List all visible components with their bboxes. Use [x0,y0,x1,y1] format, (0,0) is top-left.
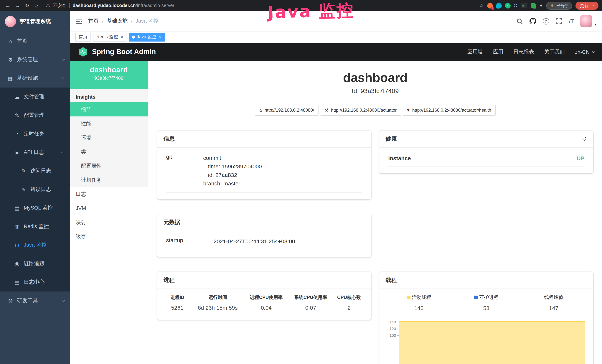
sidebar-item-file-management[interactable]: ☁文件管理 [0,87,70,106]
sidebar-item-label: 配置管理 [24,112,44,119]
app-logo[interactable]: 芋道管理系统 [0,11,70,32]
process-pid: 5261 [163,303,192,316]
sba-menu-loggers[interactable]: 日志 [70,187,148,201]
sba-menu-jvm[interactable]: JVM [70,201,148,215]
tag-redis-monitor[interactable]: Redis 监控× [93,32,127,41]
sidebar-item-infrastructure[interactable]: ▦基础设施 [0,69,70,87]
legend-live-swatch [407,296,410,299]
sba-locale-select[interactable]: zh-CN [575,49,594,55]
sidebar-item-label: 研发工具 [17,298,38,304]
fullscreen-icon[interactable] [556,18,562,24]
process-card-title: 进程 [157,272,371,289]
wrench-icon: ⚒ [324,107,329,113]
instance-actuator-link[interactable]: ⚒http://192.168.0.2:48080/actuator [320,105,401,116]
sba-menu-environment[interactable]: 环境 [70,130,148,145]
forward-icon[interactable]: → [13,0,22,11]
browser-update-button[interactable]: 更新⋮ [575,2,599,10]
app-sidebar: 芋道管理系统 ⌂首页 ⚙系统管理 ▦基础设施 ☁文件管理 ✎配置管理 ◔定时任务… [0,11,70,364]
instance-home-link[interactable]: ⌂http://192.168.0.2:48080/ [255,105,319,116]
sba-nav-applications[interactable]: 应用 [493,49,503,55]
cloud-icon: ☁ [14,94,20,100]
legend-daemon-value: 53 [452,305,520,311]
logo-image [5,16,16,27]
extension-icon-orange[interactable]: 1 [487,3,493,8]
security-warning-icon: ⚠ [46,3,50,8]
sba-menu-scheduled-tasks[interactable]: 计划任务 [70,173,148,187]
sidebar-item-access-logs[interactable]: ✎访问日志 [0,162,70,180]
github-icon[interactable] [529,18,536,24]
browser-home-icon[interactable]: ⌂ [33,0,41,11]
extension-icon-on-badge[interactable]: on [520,3,527,8]
hamburger-icon[interactable] [70,18,88,24]
health-instance-label: Instance [388,155,411,161]
help-icon[interactable]: ? [543,18,549,24]
paused-badge[interactable]: ☺已暂停 [546,2,572,10]
sidebar-item-redis-monitor[interactable]: ▥Redis 监控 [0,217,70,236]
metadata-card-title: 元数据 [157,214,371,231]
tag-home[interactable]: 首页 [75,32,91,41]
history-icon[interactable]: ↺ [582,136,587,142]
home-icon: ⌂ [259,107,262,113]
breadcrumb: 首页 基础设施 Java 监控 [88,18,159,24]
extension-icon-drop[interactable] [496,3,502,8]
health-row-instance[interactable]: Instance UP [388,155,584,167]
user-avatar[interactable] [580,15,592,27]
instance-header[interactable]: dashboard 93a3fc7f7409 [70,61,148,89]
sidebar-item-scheduled-jobs[interactable]: ◔定时任务 [0,125,70,143]
font-size-icon[interactable]: TT [569,18,574,24]
threads-card-title: 线程 [379,272,593,289]
main-column: 首页 基础设施 Java 监控 ? [70,11,602,364]
sidebar-item-api-logs[interactable]: ▣API 日志 [0,143,70,162]
bookmark-star-icon[interactable]: ☆ [479,3,484,9]
legend-peak-value: 147 [520,305,587,311]
tag-java-monitor[interactable]: Java 监控× [129,32,165,41]
breadcrumb-infrastructure[interactable]: 基础设施 [107,18,128,24]
extension-icon-leaf[interactable] [530,3,536,8]
process-col-pid: 进程ID [163,293,192,303]
legend-live-threads: 活动线程 143 [385,294,452,311]
instance-name: dashboard [70,66,148,74]
browser-menu-icon[interactable]: ⋮ [591,3,595,8]
back-icon[interactable]: ← [4,0,12,11]
system-cpu: 0.07 [289,303,333,316]
address-bar[interactable]: ⚠ 不安全 dashboard.yudao.iocoder.cn/infra/a… [46,2,478,9]
process-card: 进程 进程ID 运行时间 进程CPU使用率 系统CPU使用率 [157,272,371,320]
sidebar-item-dev-tools[interactable]: ⚒研发工具 [0,291,70,310]
info-card: 信息 git commit: time: 1596289704000 id: 2… [157,130,371,199]
extension-icon-pin[interactable]: ✱ [539,3,543,8]
sba-menu-caches[interactable]: 缓存 [70,229,148,243]
search-icon[interactable] [516,18,523,24]
sba-menu-mappings[interactable]: 映射 [70,215,148,229]
instance-health-link[interactable]: ♥http://192.168.0.2:48080/actuator/healt… [402,105,495,116]
sidebar-item-java-monitor[interactable]: ⊡Java 监控 [0,236,70,254]
extension-icon-check[interactable]: ✓ [505,3,510,8]
sidebar-item-config-management[interactable]: ✎配置管理 [0,106,70,125]
breadcrumb-current: Java 监控 [136,18,159,24]
sidebar-item-system[interactable]: ⚙系统管理 [0,50,70,69]
close-icon[interactable]: × [159,35,161,39]
sba-menu-config-props[interactable]: 配置属性 [70,159,148,173]
process-uptime: 6d 23h 15m 59s [192,303,244,316]
reload-icon[interactable]: ↻ [23,0,31,11]
process-table: 进程ID 运行时间 进程CPU使用率 系统CPU使用率 CPU核心数 [163,293,365,316]
sba-menu-beans[interactable]: 类 [70,145,148,159]
sidebar-item-log-center[interactable]: ▤日志中心 [0,273,70,291]
sba-logo-icon [78,47,88,57]
sba-brand[interactable]: Spring Boot Admin [78,47,156,57]
sba-nav-wallboard[interactable]: 应用墙 [467,49,483,55]
sba-menu-details[interactable]: 细节 [70,102,148,117]
security-label[interactable]: 不安全 [53,2,66,9]
eye-icon: ◉ [14,261,20,267]
sidebar-item-label: 链路追踪 [24,260,44,267]
sidebar-item-error-logs[interactable]: ✎错误日志 [0,180,70,199]
sba-nav-journal[interactable]: 日志报表 [513,49,534,55]
info-row-git: git commit: time: 1596289704000 id: 27aa… [166,153,362,193]
sba-menu-metrics[interactable]: 性能 [70,117,148,130]
sba-nav-about[interactable]: 关于我们 [544,49,565,55]
close-icon[interactable]: × [120,35,123,39]
sidebar-item-mysql-monitor[interactable]: ▤MySQL 监控 [0,199,70,217]
extension-icon-grid[interactable]: ∷ [514,3,517,8]
sidebar-item-tracing[interactable]: ◉链路追踪 [0,254,70,273]
breadcrumb-home[interactable]: 首页 [88,18,99,24]
sidebar-item-home[interactable]: ⌂首页 [0,32,70,50]
